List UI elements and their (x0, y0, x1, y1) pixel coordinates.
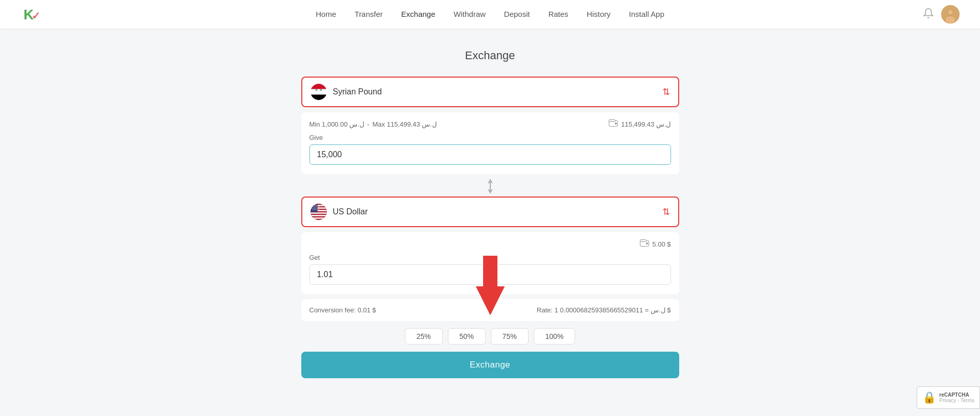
pct-100-button[interactable]: 100% (534, 328, 576, 345)
limits-row: Min 1,000.00 ل.س - Max 115,499.43 ل.س 11… (309, 119, 671, 129)
pct-75-button[interactable]: 75% (491, 328, 529, 345)
give-label: Give (309, 134, 671, 141)
from-currency-select[interactable]: Syrian Pound ⇅ (301, 77, 679, 107)
max-label: Max 115,499.43 ل.س (372, 120, 436, 128)
fee-label: Conversion fee: 0.01 $ (309, 306, 376, 314)
balance-amount: 115,499.43 ل.س (621, 120, 671, 128)
recaptcha-privacy: Privacy - Terms (939, 398, 974, 403)
get-section: 5.00 $ Get (301, 232, 679, 294)
navbar: K ✓ Home Transfer Exchange Withdraw Depo… (0, 0, 980, 29)
svg-text:★★★★★: ★★★★★ (312, 209, 319, 211)
recaptcha-badge: 🔒 reCAPTCHA Privacy - Terms (917, 386, 980, 409)
page-title: Exchange (301, 49, 679, 62)
main-content: Exchange Syrian Pound ⇅ (291, 29, 689, 409)
nav-deposit[interactable]: Deposit (504, 10, 530, 18)
to-flag: ★★★★★★ ★★★★★ ★★★★★★ ★★★★★ (310, 204, 327, 220)
from-flag (310, 84, 327, 100)
pct-50-button[interactable]: 50% (448, 328, 486, 345)
logo[interactable]: K ✓ (20, 4, 41, 25)
from-info-row: Min 1,000.00 ل.س - Max 115,499.43 ل.س 11… (301, 112, 679, 174)
to-balance-row: 5.00 $ (309, 239, 671, 249)
svg-rect-10 (310, 84, 327, 89)
swap-button[interactable] (301, 179, 679, 193)
recaptcha-icon: 🔒 (922, 391, 936, 404)
to-currency-select[interactable]: ★★★★★★ ★★★★★ ★★★★★★ ★★★★★ US Dollar ⇅ (301, 197, 679, 227)
dash-separator: - (367, 120, 369, 128)
svg-rect-16 (609, 120, 615, 122)
to-currency-name: US Dollar (333, 207, 656, 216)
exchange-button[interactable]: Exchange (301, 352, 679, 378)
svg-text:✓: ✓ (32, 10, 40, 21)
nav-history[interactable]: History (587, 10, 611, 18)
wallet-icon (609, 119, 618, 129)
get-input[interactable] (309, 264, 671, 285)
svg-point-6 (948, 10, 953, 15)
get-label: Get (309, 254, 671, 261)
nav-withdraw[interactable]: Withdraw (453, 10, 486, 18)
to-currency-chevron: ⇅ (662, 207, 670, 216)
conversion-info: Conversion fee: 0.01 $ Rate: 1 ل.س = 0.0… (301, 299, 679, 321)
notification-icon[interactable] (923, 8, 934, 21)
recaptcha-text: reCAPTCHA (939, 392, 974, 398)
svg-point-17 (615, 123, 617, 125)
svg-rect-27 (310, 217, 327, 218)
nav-install-app[interactable]: Install App (629, 10, 664, 18)
from-currency-chevron: ⇅ (662, 87, 670, 96)
avatar[interactable] (941, 5, 960, 23)
to-wallet-icon (640, 239, 649, 249)
nav-links: Home Transfer Exchange Withdraw Deposit … (316, 10, 664, 19)
rate-label: Rate: 1 ل.س = 0.000068259385665529011 $ (537, 306, 671, 314)
svg-rect-11 (310, 89, 327, 95)
svg-rect-26 (310, 215, 327, 216)
svg-rect-12 (310, 94, 327, 100)
nav-home[interactable]: Home (316, 10, 336, 18)
svg-rect-25 (310, 212, 327, 213)
percentage-row: 25% 50% 75% 100% (301, 328, 679, 345)
to-balance-amount: 5.00 $ (652, 240, 671, 248)
svg-point-7 (945, 16, 955, 23)
nav-transfer[interactable]: Transfer (354, 10, 383, 18)
limits-min-max: Min 1,000.00 ل.س - Max 115,499.43 ل.س (309, 120, 437, 128)
nav-exchange[interactable]: Exchange (401, 10, 436, 18)
min-label: Min 1,000.00 ل.س (309, 120, 364, 128)
nav-rates[interactable]: Rates (548, 10, 568, 18)
svg-point-35 (646, 242, 648, 244)
svg-rect-34 (640, 240, 647, 242)
give-input[interactable] (309, 144, 671, 165)
pct-25-button[interactable]: 25% (405, 328, 443, 345)
from-currency-name: Syrian Pound (333, 87, 656, 96)
nav-right (923, 5, 960, 23)
balance-display: 115,499.43 ل.س (609, 119, 671, 129)
